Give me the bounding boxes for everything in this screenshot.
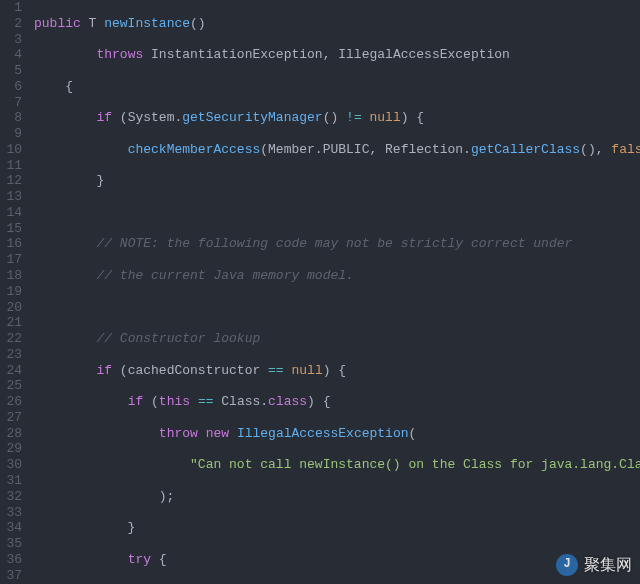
line-number-gutter: 1234567891011121314151617181920212223242… bbox=[0, 0, 34, 584]
line-number: 16 bbox=[4, 236, 22, 252]
code-line: } bbox=[34, 173, 640, 189]
line-number: 13 bbox=[4, 189, 22, 205]
line-number: 7 bbox=[4, 95, 22, 111]
line-number: 31 bbox=[4, 473, 22, 489]
line-number: 9 bbox=[4, 126, 22, 142]
code-line: try { bbox=[34, 552, 640, 568]
line-number: 10 bbox=[4, 142, 22, 158]
line-number: 25 bbox=[4, 378, 22, 394]
line-number: 21 bbox=[4, 315, 22, 331]
line-number: 29 bbox=[4, 441, 22, 457]
watermark: J 聚集网 bbox=[556, 554, 632, 576]
line-number: 6 bbox=[4, 79, 22, 95]
code-line: "Can not call newInstance() on the Class… bbox=[34, 457, 640, 473]
code-line: if (System.getSecurityManager() != null)… bbox=[34, 110, 640, 126]
code-line: if (this == Class.class) { bbox=[34, 394, 640, 410]
watermark-text: 聚集网 bbox=[584, 557, 632, 573]
code-line: throw new IllegalAccessException( bbox=[34, 426, 640, 442]
code-line: throws InstantiationException, IllegalAc… bbox=[34, 47, 640, 63]
line-number: 5 bbox=[4, 63, 22, 79]
line-number: 36 bbox=[4, 552, 22, 568]
code-line bbox=[34, 205, 640, 221]
code-line: public T newInstance() bbox=[34, 16, 640, 32]
code-line: ); bbox=[34, 489, 640, 505]
line-number: 11 bbox=[4, 158, 22, 174]
watermark-icon: J bbox=[556, 554, 578, 576]
line-number: 23 bbox=[4, 347, 22, 363]
code-line: // Constructor lookup bbox=[34, 331, 640, 347]
code-line: // NOTE: the following code may not be s… bbox=[34, 236, 640, 252]
code-line: { bbox=[34, 79, 640, 95]
code-line: // the current Java memory model. bbox=[34, 268, 640, 284]
line-number: 22 bbox=[4, 331, 22, 347]
line-number: 37 bbox=[4, 568, 22, 584]
line-number: 17 bbox=[4, 252, 22, 268]
code-line: checkMemberAccess(Member.PUBLIC, Reflect… bbox=[34, 142, 640, 158]
line-number: 27 bbox=[4, 410, 22, 426]
line-number: 26 bbox=[4, 394, 22, 410]
line-number: 12 bbox=[4, 173, 22, 189]
code-editor: 1234567891011121314151617181920212223242… bbox=[0, 0, 640, 584]
line-number: 35 bbox=[4, 536, 22, 552]
line-number: 1 bbox=[4, 0, 22, 16]
code-line bbox=[34, 300, 640, 316]
line-number: 3 bbox=[4, 32, 22, 48]
line-number: 4 bbox=[4, 47, 22, 63]
line-number: 19 bbox=[4, 284, 22, 300]
line-number: 34 bbox=[4, 520, 22, 536]
line-number: 8 bbox=[4, 110, 22, 126]
line-number: 33 bbox=[4, 505, 22, 521]
line-number: 32 bbox=[4, 489, 22, 505]
line-number: 24 bbox=[4, 363, 22, 379]
code-line: if (cachedConstructor == null) { bbox=[34, 363, 640, 379]
code-area[interactable]: public T newInstance() throws Instantiat… bbox=[34, 0, 640, 584]
line-number: 2 bbox=[4, 16, 22, 32]
code-line: } bbox=[34, 520, 640, 536]
line-number: 14 bbox=[4, 205, 22, 221]
line-number: 15 bbox=[4, 221, 22, 237]
line-number: 28 bbox=[4, 426, 22, 442]
line-number: 20 bbox=[4, 300, 22, 316]
line-number: 18 bbox=[4, 268, 22, 284]
line-number: 30 bbox=[4, 457, 22, 473]
